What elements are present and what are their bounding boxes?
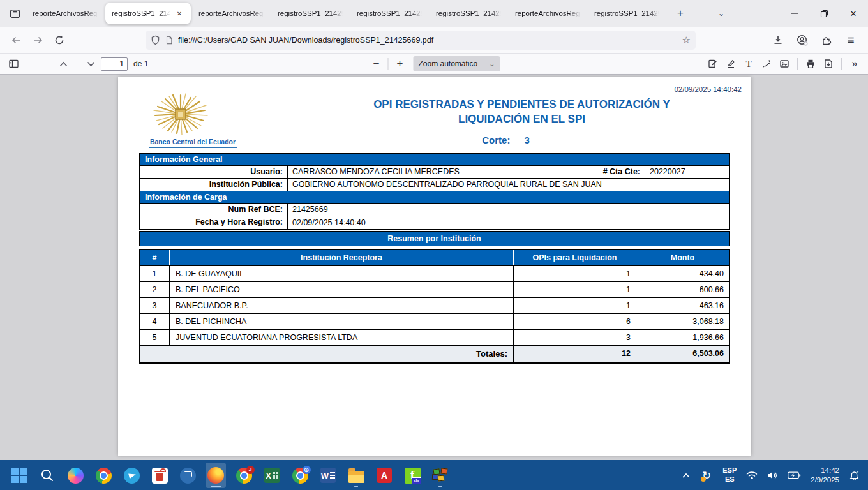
tab-1[interactable]: reporteArchivosRegis xyxy=(26,3,104,24)
tab-list-button[interactable]: ⌄ xyxy=(712,4,730,22)
back-button[interactable] xyxy=(5,31,27,50)
numref-value: 21425669 xyxy=(288,204,729,216)
search-button[interactable] xyxy=(37,463,57,488)
next-page-button[interactable] xyxy=(82,56,99,72)
row-monto: 463.16 xyxy=(636,298,729,313)
signature-tool-button[interactable] xyxy=(705,56,721,72)
tab-7[interactable]: reporteArchivosRegis xyxy=(509,3,587,24)
highlight-tool-button[interactable] xyxy=(722,56,739,72)
url-text[interactable]: file:///C:/Users/GAD SAN JUAN/Downloads/… xyxy=(178,36,678,45)
usuario-row: Usuario: CARRASCO MENDOZA CECILIA MERCED… xyxy=(140,166,729,179)
col-institucion: Institución Receptora xyxy=(169,250,513,265)
sync-tray-button[interactable]: ↻ xyxy=(700,469,713,482)
tab-4[interactable]: registroSSP1_214256 xyxy=(271,3,349,24)
hamburger-menu-icon: ≡ xyxy=(847,33,854,47)
row-institucion: BANECUADOR B.P. xyxy=(169,298,513,313)
bookmark-star-icon[interactable]: ☆ xyxy=(682,34,691,46)
extensions-button[interactable] xyxy=(816,31,837,50)
chrome-profile-2-button[interactable]: ◎ xyxy=(290,463,310,488)
zoom-in-button[interactable]: + xyxy=(392,56,408,72)
language-indicator[interactable]: ESP ES xyxy=(722,466,737,484)
table-row: 3 BANECUADOR B.P. 1 463.16 xyxy=(139,298,730,314)
zoom-level-select[interactable]: Zoom automático ⌄ xyxy=(414,56,500,71)
browser-tab-bar: reporteArchivosRegis registroSSP1_21425 … xyxy=(0,0,868,27)
report-title: OPI REGISTRADAS Y PENDIENTES DE AUTORIZA… xyxy=(214,97,830,126)
totales-opis: 12 xyxy=(513,346,636,362)
tab-label: reporteArchivosRegis xyxy=(33,10,98,17)
downloads-button[interactable] xyxy=(767,31,789,50)
excel-button[interactable]: X xyxy=(262,463,282,488)
chrome-profile-j-button[interactable]: J xyxy=(234,463,254,488)
battery-button[interactable] xyxy=(788,471,801,479)
draw-tool-button[interactable] xyxy=(758,56,775,72)
profile-badge: ◎ xyxy=(303,466,311,474)
close-tab-icon[interactable]: ✕ xyxy=(174,8,184,19)
fecha-label: Fecha y Hora Registro: xyxy=(140,216,288,229)
reload-button[interactable] xyxy=(49,31,70,50)
pdf-viewer: 02/09/2025 14:40:42 Banco Centra xyxy=(0,75,868,460)
zoom-out-button[interactable]: − xyxy=(368,56,385,72)
recycle-app-button[interactable] xyxy=(149,463,170,488)
resumen-table: Resumen por Institución # Institución Re… xyxy=(139,231,730,364)
svg-text:z: z xyxy=(857,470,858,474)
acrobat-button[interactable]: A xyxy=(374,463,394,488)
file-explorer-button[interactable] xyxy=(346,463,366,488)
clock[interactable]: 14:42 2/9/2025 xyxy=(811,466,839,485)
restore-button[interactable] xyxy=(809,0,839,27)
report-title-line2: LIQUIDACIÓN EN EL SPI xyxy=(214,112,830,126)
finance-app-button[interactable]: fxls xyxy=(402,463,423,488)
tab-6[interactable]: registroSSP1_214255 xyxy=(430,3,507,24)
menu-button[interactable]: ≡ xyxy=(840,31,862,50)
forward-icon xyxy=(33,36,43,45)
corte-line: Corte:3 xyxy=(198,135,814,145)
copilot-button[interactable] xyxy=(65,463,86,488)
chrome-icon: J xyxy=(236,468,252,484)
battery-charging-icon xyxy=(788,471,801,479)
tab-8[interactable]: registroSSP1_214255 xyxy=(588,3,666,24)
previous-page-button[interactable] xyxy=(55,56,71,72)
row-monto: 1,936.66 xyxy=(636,330,729,345)
tray-overflow-button[interactable] xyxy=(682,473,691,479)
telegram-button[interactable] xyxy=(121,463,142,488)
info-general-header: Información General xyxy=(140,154,729,166)
pdf-toolbar: de 1 − + Zoom automático ⌄ T » xyxy=(0,54,868,75)
save-button[interactable] xyxy=(820,56,837,72)
page-number-input[interactable] xyxy=(101,57,128,71)
firefox-view-button[interactable] xyxy=(4,3,26,24)
word-button[interactable]: W xyxy=(318,463,338,488)
minimize-button[interactable] xyxy=(780,0,809,27)
more-tools-button[interactable]: » xyxy=(846,56,863,72)
totales-monto: 6,503.06 xyxy=(636,346,729,362)
col-num: # xyxy=(140,250,169,265)
acrobat-icon: A xyxy=(377,468,392,483)
text-tool-button[interactable]: T xyxy=(740,56,757,72)
volume-button[interactable] xyxy=(767,471,778,480)
url-bar[interactable]: file:///C:/Users/GAD SAN JUAN/Downloads/… xyxy=(146,31,696,50)
firefox-button-active[interactable] xyxy=(206,463,226,488)
notifications-button[interactable]: z xyxy=(849,470,860,481)
cubes-app-button[interactable] xyxy=(430,463,451,488)
account-button[interactable] xyxy=(791,31,813,50)
tab-2-active[interactable]: registroSSP1_21425 ✕ xyxy=(105,3,191,24)
row-opis: 3 xyxy=(513,330,636,345)
print-button[interactable] xyxy=(802,56,819,72)
close-window-button[interactable]: ✕ xyxy=(839,0,868,27)
new-tab-button[interactable]: + xyxy=(671,4,689,22)
start-button[interactable] xyxy=(9,463,29,488)
tab-label: registroSSP1_21425 xyxy=(112,10,170,17)
back-icon xyxy=(11,36,22,45)
tab-5[interactable]: registroSSP1_214255 xyxy=(350,3,428,24)
download-icon xyxy=(773,35,783,45)
tab-label: reporteArchivosRegis xyxy=(198,10,264,17)
wifi-button[interactable] xyxy=(746,471,758,480)
taskbar-icons: J X ◎ W A fxls xyxy=(9,463,451,488)
tab-3[interactable]: reporteArchivosRegis xyxy=(192,3,270,24)
remote-desktop-button[interactable] xyxy=(177,463,198,488)
toggle-sidebar-button[interactable] xyxy=(5,56,22,72)
corte-label: Corte: xyxy=(482,135,510,145)
usuario-value: CARRASCO MENDOZA CECILIA MERCEDES xyxy=(288,166,534,178)
row-num: 3 xyxy=(140,301,169,310)
chrome-button[interactable] xyxy=(93,463,114,488)
add-image-button[interactable] xyxy=(776,56,793,72)
forward-button[interactable] xyxy=(27,31,49,50)
